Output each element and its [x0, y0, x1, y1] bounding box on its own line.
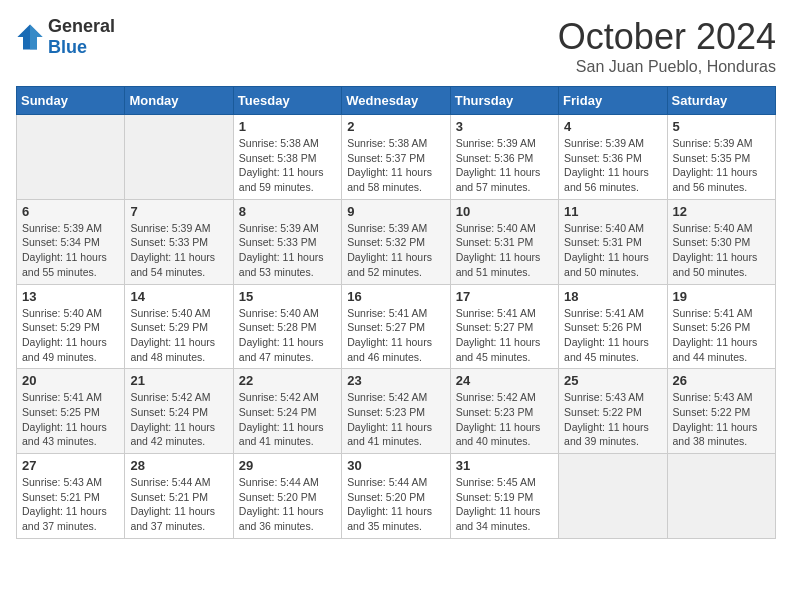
day-info: Sunrise: 5:42 AMSunset: 5:23 PMDaylight:… [456, 390, 553, 449]
day-number: 21 [130, 373, 227, 388]
calendar-cell: 28Sunrise: 5:44 AMSunset: 5:21 PMDayligh… [125, 454, 233, 539]
day-number: 6 [22, 204, 119, 219]
svg-marker-1 [30, 24, 43, 49]
day-info: Sunrise: 5:43 AMSunset: 5:21 PMDaylight:… [22, 475, 119, 534]
day-number: 25 [564, 373, 661, 388]
calendar-cell: 18Sunrise: 5:41 AMSunset: 5:26 PMDayligh… [559, 284, 667, 369]
calendar-cell: 9Sunrise: 5:39 AMSunset: 5:32 PMDaylight… [342, 199, 450, 284]
day-header-monday: Monday [125, 87, 233, 115]
calendar-cell: 29Sunrise: 5:44 AMSunset: 5:20 PMDayligh… [233, 454, 341, 539]
day-info: Sunrise: 5:40 AMSunset: 5:31 PMDaylight:… [564, 221, 661, 280]
calendar-cell: 7Sunrise: 5:39 AMSunset: 5:33 PMDaylight… [125, 199, 233, 284]
day-info: Sunrise: 5:39 AMSunset: 5:36 PMDaylight:… [564, 136, 661, 195]
calendar-cell: 4Sunrise: 5:39 AMSunset: 5:36 PMDaylight… [559, 115, 667, 200]
day-info: Sunrise: 5:42 AMSunset: 5:23 PMDaylight:… [347, 390, 444, 449]
calendar-cell: 27Sunrise: 5:43 AMSunset: 5:21 PMDayligh… [17, 454, 125, 539]
day-number: 7 [130, 204, 227, 219]
logo: General Blue [16, 16, 115, 58]
day-number: 8 [239, 204, 336, 219]
logo-text-general: General [48, 16, 115, 36]
day-number: 28 [130, 458, 227, 473]
day-number: 19 [673, 289, 770, 304]
day-number: 17 [456, 289, 553, 304]
day-header-sunday: Sunday [17, 87, 125, 115]
day-info: Sunrise: 5:44 AMSunset: 5:20 PMDaylight:… [239, 475, 336, 534]
calendar-table: SundayMondayTuesdayWednesdayThursdayFrid… [16, 86, 776, 539]
day-info: Sunrise: 5:41 AMSunset: 5:26 PMDaylight:… [564, 306, 661, 365]
day-info: Sunrise: 5:40 AMSunset: 5:31 PMDaylight:… [456, 221, 553, 280]
calendar-cell: 20Sunrise: 5:41 AMSunset: 5:25 PMDayligh… [17, 369, 125, 454]
calendar-cell [125, 115, 233, 200]
day-info: Sunrise: 5:39 AMSunset: 5:35 PMDaylight:… [673, 136, 770, 195]
calendar-cell: 8Sunrise: 5:39 AMSunset: 5:33 PMDaylight… [233, 199, 341, 284]
day-number: 24 [456, 373, 553, 388]
day-header-saturday: Saturday [667, 87, 775, 115]
day-info: Sunrise: 5:40 AMSunset: 5:29 PMDaylight:… [22, 306, 119, 365]
day-number: 14 [130, 289, 227, 304]
calendar-cell: 6Sunrise: 5:39 AMSunset: 5:34 PMDaylight… [17, 199, 125, 284]
day-number: 11 [564, 204, 661, 219]
calendar-cell: 1Sunrise: 5:38 AMSunset: 5:38 PMDaylight… [233, 115, 341, 200]
day-info: Sunrise: 5:39 AMSunset: 5:33 PMDaylight:… [239, 221, 336, 280]
day-number: 29 [239, 458, 336, 473]
day-number: 23 [347, 373, 444, 388]
logo-wordmark: General Blue [48, 16, 115, 58]
calendar-cell: 12Sunrise: 5:40 AMSunset: 5:30 PMDayligh… [667, 199, 775, 284]
day-info: Sunrise: 5:40 AMSunset: 5:30 PMDaylight:… [673, 221, 770, 280]
calendar-cell [559, 454, 667, 539]
day-number: 1 [239, 119, 336, 134]
calendar-cell: 13Sunrise: 5:40 AMSunset: 5:29 PMDayligh… [17, 284, 125, 369]
day-number: 26 [673, 373, 770, 388]
week-row-3: 13Sunrise: 5:40 AMSunset: 5:29 PMDayligh… [17, 284, 776, 369]
calendar-subtitle: San Juan Pueblo, Honduras [558, 58, 776, 76]
day-info: Sunrise: 5:40 AMSunset: 5:28 PMDaylight:… [239, 306, 336, 365]
day-info: Sunrise: 5:41 AMSunset: 5:25 PMDaylight:… [22, 390, 119, 449]
calendar-cell: 15Sunrise: 5:40 AMSunset: 5:28 PMDayligh… [233, 284, 341, 369]
calendar-cell: 16Sunrise: 5:41 AMSunset: 5:27 PMDayligh… [342, 284, 450, 369]
day-number: 9 [347, 204, 444, 219]
day-header-thursday: Thursday [450, 87, 558, 115]
day-info: Sunrise: 5:42 AMSunset: 5:24 PMDaylight:… [130, 390, 227, 449]
day-number: 20 [22, 373, 119, 388]
calendar-cell: 22Sunrise: 5:42 AMSunset: 5:24 PMDayligh… [233, 369, 341, 454]
calendar-cell: 5Sunrise: 5:39 AMSunset: 5:35 PMDaylight… [667, 115, 775, 200]
day-number: 31 [456, 458, 553, 473]
day-number: 12 [673, 204, 770, 219]
day-number: 2 [347, 119, 444, 134]
day-info: Sunrise: 5:39 AMSunset: 5:32 PMDaylight:… [347, 221, 444, 280]
calendar-cell: 25Sunrise: 5:43 AMSunset: 5:22 PMDayligh… [559, 369, 667, 454]
day-info: Sunrise: 5:39 AMSunset: 5:33 PMDaylight:… [130, 221, 227, 280]
logo-icon [16, 23, 44, 51]
page-header: General Blue October 2024 San Juan Puebl… [16, 16, 776, 76]
calendar-cell [17, 115, 125, 200]
day-info: Sunrise: 5:41 AMSunset: 5:27 PMDaylight:… [456, 306, 553, 365]
calendar-cell: 31Sunrise: 5:45 AMSunset: 5:19 PMDayligh… [450, 454, 558, 539]
calendar-cell: 23Sunrise: 5:42 AMSunset: 5:23 PMDayligh… [342, 369, 450, 454]
calendar-title: October 2024 [558, 16, 776, 58]
day-number: 15 [239, 289, 336, 304]
day-info: Sunrise: 5:45 AMSunset: 5:19 PMDaylight:… [456, 475, 553, 534]
day-number: 10 [456, 204, 553, 219]
day-info: Sunrise: 5:43 AMSunset: 5:22 PMDaylight:… [673, 390, 770, 449]
day-info: Sunrise: 5:39 AMSunset: 5:36 PMDaylight:… [456, 136, 553, 195]
day-number: 18 [564, 289, 661, 304]
days-header-row: SundayMondayTuesdayWednesdayThursdayFrid… [17, 87, 776, 115]
day-info: Sunrise: 5:42 AMSunset: 5:24 PMDaylight:… [239, 390, 336, 449]
day-number: 3 [456, 119, 553, 134]
week-row-5: 27Sunrise: 5:43 AMSunset: 5:21 PMDayligh… [17, 454, 776, 539]
calendar-cell [667, 454, 775, 539]
day-number: 4 [564, 119, 661, 134]
day-info: Sunrise: 5:38 AMSunset: 5:37 PMDaylight:… [347, 136, 444, 195]
calendar-cell: 30Sunrise: 5:44 AMSunset: 5:20 PMDayligh… [342, 454, 450, 539]
calendar-cell: 2Sunrise: 5:38 AMSunset: 5:37 PMDaylight… [342, 115, 450, 200]
day-info: Sunrise: 5:38 AMSunset: 5:38 PMDaylight:… [239, 136, 336, 195]
day-header-tuesday: Tuesday [233, 87, 341, 115]
day-number: 5 [673, 119, 770, 134]
calendar-cell: 3Sunrise: 5:39 AMSunset: 5:36 PMDaylight… [450, 115, 558, 200]
day-header-friday: Friday [559, 87, 667, 115]
title-block: October 2024 San Juan Pueblo, Honduras [558, 16, 776, 76]
day-info: Sunrise: 5:44 AMSunset: 5:20 PMDaylight:… [347, 475, 444, 534]
day-info: Sunrise: 5:39 AMSunset: 5:34 PMDaylight:… [22, 221, 119, 280]
day-info: Sunrise: 5:41 AMSunset: 5:26 PMDaylight:… [673, 306, 770, 365]
day-info: Sunrise: 5:44 AMSunset: 5:21 PMDaylight:… [130, 475, 227, 534]
